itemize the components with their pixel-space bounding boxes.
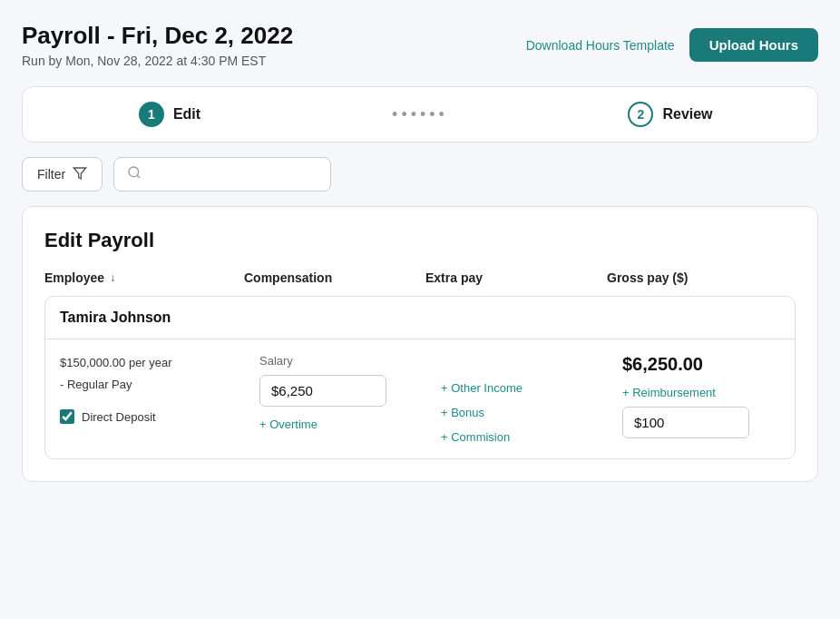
step-2-number: 2 [628, 102, 653, 127]
svg-line-2 [137, 175, 140, 178]
add-other-income-link[interactable]: + Other Income [441, 381, 622, 395]
col-extra-pay: + Other Income + Bonus + Commision [441, 378, 622, 444]
direct-deposit-row: Direct Deposit [60, 409, 259, 424]
edit-payroll-card: Edit Payroll Employee ↓ Compensation Ext… [22, 206, 818, 482]
filter-icon [73, 166, 87, 183]
col-extra-pay-header: Extra pay [425, 270, 607, 285]
page-subtitle: Run by Mon, Nov 28, 2022 at 4:30 PM EST [22, 54, 293, 68]
filter-label: Filter [37, 167, 65, 182]
salary-description-line1: $150,000.00 per year [60, 354, 259, 372]
col-gross-pay: $6,250.00 + Reimbursement [622, 354, 796, 438]
svg-point-1 [129, 167, 139, 177]
salary-input[interactable] [259, 375, 386, 407]
search-icon [127, 165, 142, 183]
download-hours-link[interactable]: Download Hours Template [526, 38, 675, 53]
employee-name-row: Tamira Johnson [45, 297, 795, 339]
direct-deposit-label: Direct Deposit [82, 410, 156, 424]
sort-icon[interactable]: ↓ [110, 271, 115, 284]
page-title: Payroll - Fri, Dec 2, 2022 [22, 22, 293, 50]
col-employee-info: $150,000.00 per year - Regular Pay Direc… [60, 354, 259, 424]
steps-bar: 1 Edit •••••• 2 Review [22, 86, 818, 142]
col-employee-header: Employee ↓ [44, 270, 244, 285]
step-1[interactable]: 1 Edit [44, 102, 295, 127]
col-compensation-header: Compensation [244, 270, 425, 285]
salary-label: Salary [259, 354, 441, 368]
filter-row: Filter [22, 157, 818, 192]
table-header: Employee ↓ Compensation Extra pay Gross … [44, 270, 796, 296]
step-dots: •••••• [295, 105, 545, 124]
add-overtime-link[interactable]: + Overtime [259, 418, 441, 431]
add-commission-link[interactable]: + Commision [441, 430, 622, 444]
search-box[interactable] [113, 157, 331, 192]
employee-name: Tamira Johnson [60, 310, 171, 325]
step-1-number: 1 [139, 102, 164, 127]
filter-button[interactable]: Filter [22, 157, 103, 192]
search-input[interactable] [149, 167, 317, 182]
direct-deposit-checkbox[interactable] [60, 409, 74, 424]
employee-details-row: $150,000.00 per year - Regular Pay Direc… [45, 339, 795, 458]
employee-card: Tamira Johnson $150,000.00 per year - Re… [44, 296, 796, 459]
step-2-label: Review [662, 106, 712, 123]
reimbursement-input[interactable] [622, 407, 749, 438]
step-1-label: Edit [173, 106, 200, 123]
col-compensation: Salary + Overtime [259, 354, 441, 431]
svg-marker-0 [73, 168, 85, 179]
reimbursement-label[interactable]: + Reimbursement [622, 386, 796, 399]
step-2[interactable]: 2 Review [545, 102, 796, 127]
salary-description-line2: - Regular Pay [60, 376, 259, 394]
page-header: Payroll - Fri, Dec 2, 2022 Run by Mon, N… [22, 22, 818, 68]
gross-pay-amount: $6,250.00 [622, 354, 796, 375]
header-right: Download Hours Template Upload Hours [526, 28, 818, 62]
col-gross-pay-header: Gross pay ($) [607, 270, 788, 285]
add-bonus-link[interactable]: + Bonus [441, 406, 622, 419]
header-left: Payroll - Fri, Dec 2, 2022 Run by Mon, N… [22, 22, 293, 68]
upload-hours-button[interactable]: Upload Hours [689, 28, 818, 62]
edit-payroll-title: Edit Payroll [44, 229, 796, 252]
